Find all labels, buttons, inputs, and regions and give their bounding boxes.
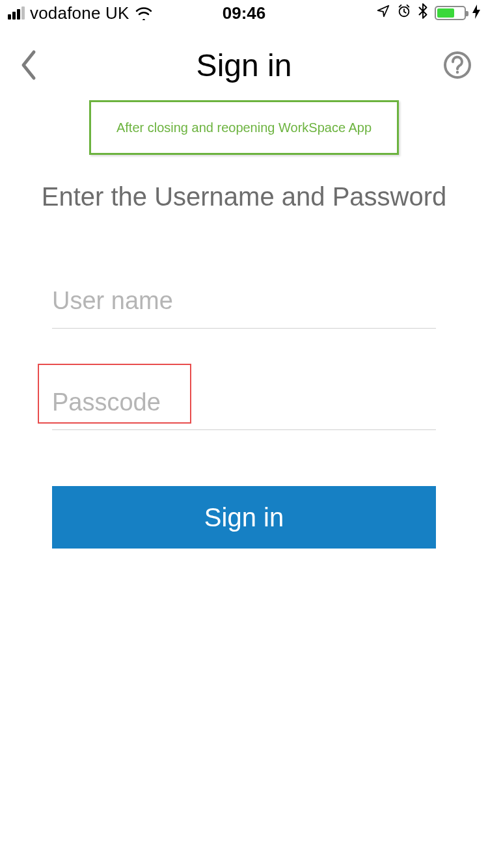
battery-icon [435,6,466,20]
page-title: Sign in [197,47,292,83]
instructions-text: Enter the Username and Password [0,182,488,211]
charging-icon [472,5,480,22]
passcode-input[interactable] [52,385,436,430]
status-time: 09:46 [223,3,266,23]
help-button[interactable] [441,49,474,81]
signin-button[interactable]: Sign in [52,486,436,549]
banner-container: After closing and reopening WorkSpace Ap… [0,100,488,155]
signin-form [0,283,488,430]
carrier-label: vodafone UK [30,3,129,23]
status-bar: vodafone UK 09:46 [0,0,488,26]
svg-point-2 [456,71,459,74]
alarm-icon [397,4,411,22]
wifi-icon [135,6,153,20]
help-icon [443,51,472,79]
location-icon [376,4,390,22]
status-right [376,3,480,23]
back-button[interactable] [16,44,42,86]
cellular-signal-icon [8,7,25,20]
banner-text: After closing and reopening WorkSpace Ap… [116,120,372,135]
status-left: vodafone UK [8,3,153,23]
chevron-left-icon [20,49,38,81]
nav-bar: Sign in [0,26,488,104]
username-field-wrap [52,283,436,329]
bluetooth-icon [418,3,428,23]
passcode-field-wrap [52,385,436,430]
username-input[interactable] [52,283,436,329]
info-banner: After closing and reopening WorkSpace Ap… [89,100,399,155]
